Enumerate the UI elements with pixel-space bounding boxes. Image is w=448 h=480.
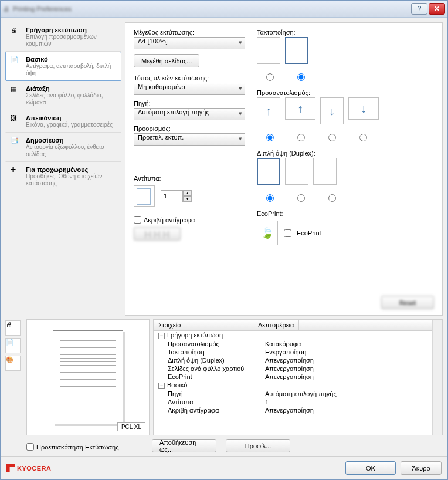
sidebar-desc: Επιλογή προσαρμοσμένων κουμπιών	[26, 33, 116, 48]
portrait-thumb[interactable]	[257, 97, 280, 124]
sidebar: 🖨 Γρήγορη εκτύπωση Επιλογή προσαρμοσμένω…	[5, 22, 121, 316]
print-size-label: Μέγεθος εκτύπωσης:	[134, 29, 245, 36]
collate-off-thumb[interactable]	[257, 37, 280, 64]
collate-on-radio[interactable]	[297, 73, 305, 81]
collate-label: Τακτοποίηση:	[257, 29, 434, 36]
copies-input[interactable]	[161, 190, 183, 202]
copies-label: Αντίτυπα:	[134, 175, 245, 182]
copies-icon	[134, 185, 155, 207]
scrollbar[interactable]	[432, 320, 442, 435]
collate-copies-button[interactable]: ├┤├┤├┤	[134, 227, 181, 241]
cancel-button[interactable]: Άκυρο	[401, 461, 442, 475]
destination-label: Προορισμός:	[134, 125, 245, 132]
print-preview-checkbox[interactable]	[26, 443, 34, 451]
copies-spinner[interactable]: ▴ ▾	[161, 190, 192, 202]
ecoprint-icon: 🍃	[257, 221, 278, 245]
brand-logo: KYOCERA	[6, 464, 52, 472]
detail-row: Σελίδες ανά φύλλο χαρτιούΑπενεργοποίηση	[154, 364, 432, 373]
orientation-radio-2[interactable]	[297, 134, 305, 141]
sidebar-desc: Προσθήκες, Οθόνη στοιχείων κατάστασης	[26, 173, 116, 187]
orientation-radio-3[interactable]	[328, 134, 336, 141]
source-select[interactable]: Αυτόματη επιλογή πηγής	[134, 108, 245, 120]
orientation-radio-4[interactable]	[359, 134, 367, 141]
sidebar-item-advanced[interactable]: ✚ Για προχωρημένους Προσθήκες, Οθόνη στο…	[5, 162, 121, 191]
duplex-radio-3[interactable]	[328, 194, 336, 202]
details-col-item: Στοιχείο	[154, 320, 253, 330]
media-type-select[interactable]: Μη καθορισμένο	[134, 83, 245, 95]
preview-mode-color[interactable]: 🎨	[5, 356, 21, 371]
destination-select[interactable]: Προεπιλ. εκτυπ.	[134, 133, 245, 146]
page-sizes-button[interactable]: Μεγέθη σελίδας...	[134, 54, 199, 67]
save-as-button[interactable]: Αποθήκευση ως...	[152, 439, 216, 452]
detail-row: Διπλή όψη (Duplex)Απενεργοποίηση	[154, 356, 432, 364]
details-col-detail: Λεπτομέρεια	[253, 320, 299, 330]
pcl-tag: PCL XL	[117, 422, 145, 431]
ecoprint-checkbox-label: EcoPrint	[297, 229, 321, 236]
sidebar-title: Γρήγορη εκτύπωση	[26, 26, 116, 33]
sidebar-title: Βασικό	[26, 56, 116, 63]
imaging-icon: 🖼	[11, 114, 22, 126]
quick-print-icon: 🖨	[11, 26, 22, 38]
window-icon: 🖨	[3, 5, 9, 12]
landscape-thumb[interactable]	[285, 97, 315, 120]
duplex-radio-2[interactable]	[297, 194, 305, 202]
sidebar-title: Για προχωρημένους	[26, 166, 116, 173]
sidebar-desc: Αντίγραφα, αντιπαραβολή, διπλή όψη	[26, 63, 116, 77]
sidebar-item-imaging[interactable]: 🖼 Απεικόνιση Εικόνα, γραφικά, γραμματοσε…	[5, 110, 121, 133]
sidebar-title: Απεικόνιση	[26, 114, 113, 121]
sidebar-item-quick-print[interactable]: 🖨 Γρήγορη εκτύπωση Επιλογή προσαρμοσμένω…	[5, 22, 121, 52]
preview-mode-printer[interactable]: 🖨	[5, 320, 21, 336]
detail-row: Ακριβή αντίγραφαΑπενεργοποίηση	[154, 406, 432, 414]
preview-mode-page[interactable]: 📄	[5, 338, 21, 353]
sidebar-item-basic[interactable]: 📄 Βασικό Αντίγραφα, αντιπαραβολή, διπλή …	[5, 52, 121, 81]
window: 🖨 Printing Preferences ? ✕ 🖨 Γρήγορη εκτ…	[0, 0, 448, 480]
sidebar-item-layout[interactable]: ▦ Διάταξη Σελίδες ανά φύλλο, φυλλάδιο, κ…	[5, 81, 121, 110]
detail-row: EcoPrintΑπενεργοποίηση	[154, 373, 432, 381]
orientation-radio-1[interactable]	[266, 134, 274, 141]
profile-button[interactable]: Προφίλ...	[226, 439, 290, 452]
landscape-flip-thumb[interactable]	[348, 97, 379, 120]
basic-icon: 📄	[11, 56, 22, 67]
help-button[interactable]: ?	[411, 3, 427, 15]
exact-copies-label: Ακριβή αντίγραφα	[144, 217, 195, 224]
layout-icon: ▦	[11, 85, 22, 97]
detail-row: ΠροσανατολισμόςΚατακόρυφα	[154, 340, 432, 348]
brand-icon	[6, 464, 15, 472]
duplex-off-thumb[interactable]	[257, 158, 280, 185]
orientation-label: Προσανατολισμός:	[257, 89, 434, 96]
detail-row: −Γρήγορη εκτύπωση	[154, 331, 432, 340]
publishing-icon: 📑	[11, 137, 22, 148]
portrait-flip-thumb[interactable]	[320, 97, 344, 124]
sidebar-desc: Σελίδες ανά φύλλο, φυλλάδιο, κλίμακα	[26, 92, 116, 106]
preview-box: PCL XL	[26, 319, 150, 435]
collate-on-thumb[interactable]	[285, 37, 308, 64]
brand-text: KYOCERA	[17, 465, 52, 472]
spin-down[interactable]: ▾	[183, 196, 192, 202]
ecoprint-checkbox[interactable]	[284, 229, 291, 237]
sidebar-item-publishing[interactable]: 📑 Δημοσίευση Λειτουργία εξωφύλλου, ένθετ…	[5, 133, 121, 162]
detail-row: ΠηγήΑυτόματη επιλογή πηγής	[154, 390, 432, 398]
collate-off-radio[interactable]	[266, 73, 274, 81]
sidebar-title: Διάταξη	[26, 85, 116, 92]
main-panel: Μέγεθος εκτύπωσης: A4 [100%] Μεγέθη σελί…	[125, 22, 443, 316]
print-preview-label: Προεπισκόπηση Εκτύπωσης	[36, 444, 118, 451]
duplex-long-thumb[interactable]	[285, 158, 308, 185]
reset-button[interactable]: Reset	[381, 296, 434, 309]
spin-up[interactable]: ▴	[183, 190, 192, 196]
titlebar: 🖨 Printing Preferences ? ✕	[1, 1, 447, 18]
duplex-radio-1[interactable]	[266, 194, 274, 202]
close-button[interactable]: ✕	[429, 3, 445, 15]
ecoprint-label: EcoPrint:	[257, 210, 434, 217]
window-title: Printing Preferences	[13, 5, 72, 12]
duplex-label: Διπλή όψη (Duplex):	[257, 150, 434, 157]
exact-copies-checkbox[interactable]	[134, 216, 141, 224]
details-table: Στοιχείο Λεπτομέρεια −Γρήγορη εκτύπωσηΠρ…	[153, 319, 443, 435]
sidebar-title: Δημοσίευση	[26, 137, 116, 144]
detail-row: −Βασικό	[154, 381, 432, 390]
ok-button[interactable]: OK	[345, 461, 396, 475]
detail-row: ΤακτοποίησηΕνεργοποίηση	[154, 348, 432, 356]
advanced-icon: ✚	[11, 166, 22, 178]
duplex-short-thumb[interactable]	[313, 158, 337, 185]
sidebar-desc: Λειτουργία εξωφύλλου, ένθετο σελίδας	[26, 144, 116, 158]
print-size-select[interactable]: A4 [100%]	[134, 37, 245, 49]
